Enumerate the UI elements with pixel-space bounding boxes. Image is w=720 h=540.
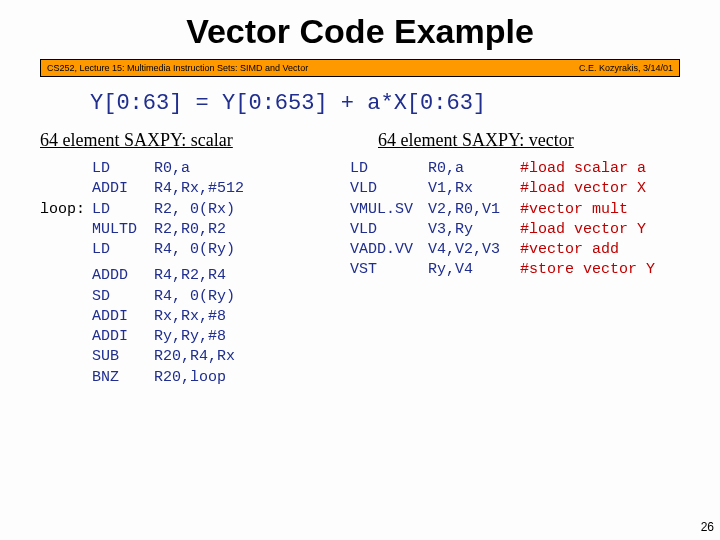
code-row: LDR0,a <box>40 159 340 179</box>
row-op: LD <box>92 240 154 260</box>
row-op: ADDI <box>92 327 154 347</box>
scalar-heading: 64 element SAXPY: scalar <box>40 130 340 151</box>
header-bar: CS252, Lecture 15: Multimedia Instructio… <box>40 59 680 77</box>
row-label <box>40 347 92 367</box>
row-comment: #vector add <box>520 240 619 260</box>
row-label <box>40 266 92 286</box>
content-columns: 64 element SAXPY: scalar LDR0,a ADDIR4,R… <box>0 130 720 388</box>
row-op: SD <box>92 287 154 307</box>
row-label <box>40 287 92 307</box>
row-op: VMUL.SV <box>350 200 428 220</box>
row-comment: #store vector Y <box>520 260 655 280</box>
code-row: LDR0,a#load scalar a <box>350 159 688 179</box>
code-row: VSTRy,V4#store vector Y <box>350 260 688 280</box>
row-args: R20,loop <box>154 368 274 388</box>
vector-column: 64 element SAXPY: vector LDR0,a#load sca… <box>350 130 688 388</box>
row-label <box>40 220 92 240</box>
row-op: VST <box>350 260 428 280</box>
slide-title: Vector Code Example <box>0 0 720 59</box>
row-args: V2,R0,V1 <box>428 200 520 220</box>
row-args: Rx,Rx,#8 <box>154 307 274 327</box>
page-number: 26 <box>701 520 714 534</box>
row-op: ADDI <box>92 179 154 199</box>
row-label <box>40 307 92 327</box>
code-row: ADDIR4,Rx,#512 <box>40 179 340 199</box>
code-row: VADD.VVV4,V2,V3#vector add <box>350 240 688 260</box>
row-args: R0,a <box>154 159 274 179</box>
row-args: R2, 0(Rx) <box>154 200 274 220</box>
row-op: VADD.VV <box>350 240 428 260</box>
scalar-code: LDR0,a ADDIR4,Rx,#512 loop:LDR2, 0(Rx) M… <box>40 159 340 388</box>
vector-heading: 64 element SAXPY: vector <box>378 130 688 151</box>
row-op: LD <box>92 159 154 179</box>
code-row: SDR4, 0(Ry) <box>40 287 340 307</box>
row-op: VLD <box>350 179 428 199</box>
code-row: LDR4, 0(Ry) <box>40 240 340 260</box>
row-label <box>40 159 92 179</box>
row-label <box>40 327 92 347</box>
equation: Y[0:63] = Y[0:653] + a*X[0:63] <box>90 91 720 116</box>
row-op: MULTD <box>92 220 154 240</box>
row-args: R0,a <box>428 159 520 179</box>
code-row: VMUL.SVV2,R0,V1#vector mult <box>350 200 688 220</box>
row-op: LD <box>350 159 428 179</box>
row-label <box>40 240 92 260</box>
row-comment: #load vector Y <box>520 220 646 240</box>
row-op: SUB <box>92 347 154 367</box>
row-op: LD <box>92 200 154 220</box>
row-args: R4, 0(Ry) <box>154 240 274 260</box>
row-comment: #load vector X <box>520 179 646 199</box>
scalar-column: 64 element SAXPY: scalar LDR0,a ADDIR4,R… <box>40 130 340 388</box>
row-args: Ry,V4 <box>428 260 520 280</box>
row-label <box>40 368 92 388</box>
code-row: ADDIRy,Ry,#8 <box>40 327 340 347</box>
code-row: SUBR20,R4,Rx <box>40 347 340 367</box>
row-args: V1,Rx <box>428 179 520 199</box>
code-row: VLDV3,Ry#load vector Y <box>350 220 688 240</box>
code-row: ADDDR4,R2,R4 <box>40 266 340 286</box>
row-comment: #vector mult <box>520 200 628 220</box>
row-comment: #load scalar a <box>520 159 646 179</box>
row-args: R4,R2,R4 <box>154 266 274 286</box>
row-args: R4, 0(Ry) <box>154 287 274 307</box>
row-label <box>40 179 92 199</box>
row-args: Ry,Ry,#8 <box>154 327 274 347</box>
row-label: loop: <box>40 200 92 220</box>
header-right: C.E. Kozyrakis, 3/14/01 <box>579 63 673 73</box>
row-args: R4,Rx,#512 <box>154 179 274 199</box>
row-op: ADDI <box>92 307 154 327</box>
row-args: V3,Ry <box>428 220 520 240</box>
header-left: CS252, Lecture 15: Multimedia Instructio… <box>47 63 308 73</box>
code-row: VLDV1,Rx#load vector X <box>350 179 688 199</box>
row-args: R2,R0,R2 <box>154 220 274 240</box>
row-op: BNZ <box>92 368 154 388</box>
code-row: BNZR20,loop <box>40 368 340 388</box>
row-op: ADDD <box>92 266 154 286</box>
code-row: MULTDR2,R0,R2 <box>40 220 340 240</box>
code-row: ADDIRx,Rx,#8 <box>40 307 340 327</box>
vector-code: LDR0,a#load scalar a VLDV1,Rx#load vecto… <box>350 159 688 281</box>
row-args: V4,V2,V3 <box>428 240 520 260</box>
row-args: R20,R4,Rx <box>154 347 274 367</box>
row-op: VLD <box>350 220 428 240</box>
code-row: loop:LDR2, 0(Rx) <box>40 200 340 220</box>
